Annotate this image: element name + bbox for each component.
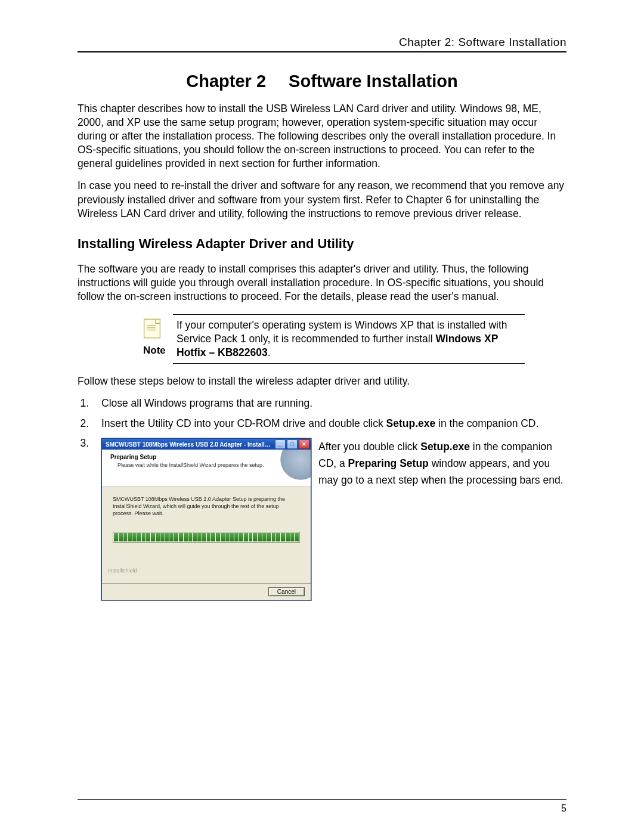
chapter-name: Software Installation bbox=[289, 72, 458, 91]
intro-paragraph-2: In case you need to re-install the drive… bbox=[78, 179, 566, 220]
dialog-heading: Preparing Setup bbox=[110, 453, 275, 461]
chapter-label: Chapter 2 bbox=[186, 72, 266, 91]
dialog-body-text: SMCWUSBT 108Mbps Wireless USB 2.0 Adapte… bbox=[113, 496, 300, 517]
close-icon[interactable]: ✕ bbox=[299, 439, 309, 449]
cancel-button[interactable]: Cancel bbox=[268, 587, 305, 596]
page-number: 5 bbox=[561, 803, 566, 814]
note-label: Note bbox=[143, 345, 166, 357]
progress-bar bbox=[113, 532, 300, 543]
section1-paragraph-1: The software you are ready to install co… bbox=[78, 262, 566, 304]
dialog-graphic-icon bbox=[277, 450, 311, 483]
step-2: Insert the Utility CD into your CD-ROM d… bbox=[92, 417, 566, 431]
steps-list: Close all Windows programs that are runn… bbox=[78, 397, 566, 600]
section-title-install: Installing Wireless Adapter Driver and U… bbox=[78, 236, 566, 252]
step-1: Close all Windows programs that are runn… bbox=[92, 397, 566, 410]
chapter-title: Chapter 2Software Installation bbox=[78, 72, 566, 91]
follow-steps-intro: Follow these steps below to install the … bbox=[78, 374, 566, 388]
dialog-titlebar: SMCWUSBT 108Mbps Wireless USB 2.0 Adapte… bbox=[102, 439, 311, 450]
running-head: Chapter 2: Software Installation bbox=[78, 36, 566, 52]
intro-paragraph-1: This chapter describes how to install th… bbox=[78, 102, 566, 171]
step-3: SMCWUSBT 108Mbps Wireless USB 2.0 Adapte… bbox=[92, 436, 566, 600]
installshield-dialog: SMCWUSBT 108Mbps Wireless USB 2.0 Adapte… bbox=[101, 438, 311, 600]
note-document-icon bbox=[143, 318, 161, 339]
dialog-brand: InstallShield bbox=[108, 568, 137, 575]
dialog-header: Preparing Setup Please wait while the In… bbox=[102, 450, 311, 487]
step-3-text: After you double click Setup.exe in the … bbox=[318, 438, 566, 488]
note-block: Note If your computer's operating system… bbox=[143, 314, 525, 364]
svg-rect-0 bbox=[144, 319, 160, 338]
minimize-icon[interactable]: _ bbox=[275, 439, 286, 449]
dialog-title: SMCWUSBT 108Mbps Wireless USB 2.0 Adapte… bbox=[106, 441, 274, 448]
dialog-subheading: Please wait while the InstallShield Wiza… bbox=[117, 462, 275, 469]
maximize-icon[interactable]: □ bbox=[287, 439, 298, 449]
note-text: If your computer's operating system is W… bbox=[173, 318, 525, 360]
footer-rule bbox=[78, 799, 566, 800]
